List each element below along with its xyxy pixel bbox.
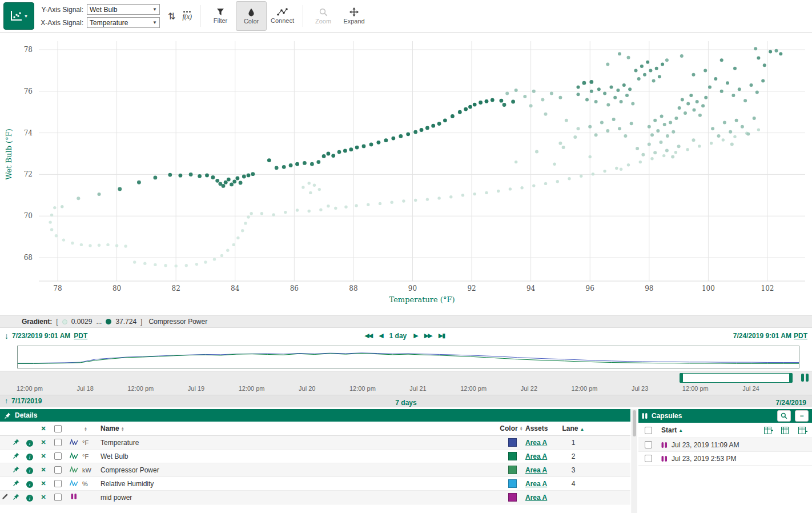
capsule-row[interactable]: Jul 23, 2019 2:53 PM [638, 452, 812, 466]
separator [303, 5, 303, 27]
sort-icon[interactable]: ▲▼ [520, 426, 523, 431]
info-button[interactable]: i [23, 494, 37, 502]
toolbar: ▼ Y-Axis Signal: Wet Bulb ▼ X-Axis Signa… [0, 0, 812, 33]
timebar-options-icon[interactable] [801, 374, 809, 382]
range-down-icon[interactable]: ↓ [5, 331, 9, 340]
color-column-header[interactable]: Color [500, 424, 517, 432]
timebar[interactable]: 12:00 pmJul 1812:00 pmJul 1912:00 pmJul … [0, 371, 812, 395]
step-back-double-button[interactable]: ◀◀ [364, 332, 372, 339]
timezone-link[interactable]: PDT [794, 332, 807, 340]
row-checkbox[interactable] [50, 494, 65, 501]
row-checkbox[interactable] [50, 439, 65, 446]
color-swatch[interactable] [499, 438, 525, 447]
name-column-header[interactable]: Name [101, 424, 119, 432]
pin-icon[interactable] [13, 439, 19, 445]
color-swatch[interactable] [499, 452, 525, 460]
select-all-checkbox[interactable] [50, 425, 65, 432]
brush-right-handle[interactable] [789, 373, 793, 383]
info-button[interactable]: i [23, 466, 37, 474]
asset-link[interactable]: Area A [525, 439, 561, 447]
add-column-icon[interactable] [764, 427, 773, 434]
trend-overview[interactable] [17, 346, 799, 368]
swap-axes-button[interactable]: ⇅ [164, 3, 179, 29]
edit-icon[interactable] [2, 494, 8, 500]
pin-button[interactable] [9, 466, 23, 474]
capsule-checkbox[interactable] [641, 455, 656, 462]
asset-link[interactable]: Area A [525, 480, 561, 488]
info-button[interactable]: i [23, 439, 37, 447]
info-button[interactable]: i [23, 452, 37, 460]
details-title: Details [15, 411, 37, 419]
capsule-checkbox[interactable] [641, 441, 656, 448]
investigate-range-end[interactable]: 7/24/2019 [776, 399, 806, 407]
remove-button[interactable]: ✕ [37, 439, 50, 446]
collapse-panel-button[interactable]: − [795, 410, 809, 422]
y-axis-value: Wet Bulb [90, 6, 117, 14]
remove-button[interactable]: ✕ [37, 494, 50, 501]
remove-button[interactable]: ✕ [37, 480, 50, 487]
y-axis-select[interactable]: Wet Bulb ▼ [87, 4, 160, 15]
brush-left-handle[interactable] [680, 373, 683, 383]
expand-button[interactable]: Expand [339, 1, 369, 31]
capsule-icon [642, 412, 648, 419]
display-range-brush[interactable] [680, 373, 793, 383]
bulk-remove-icon[interactable]: ✕ [37, 425, 50, 432]
fx-button[interactable]: f(x) [179, 3, 195, 29]
remove-button[interactable]: ✕ [37, 466, 50, 474]
investigate-range-duration[interactable]: 7 days [395, 399, 416, 407]
pin-button[interactable] [9, 439, 23, 447]
display-range-start[interactable]: 7/23/2019 9:01 AM [12, 332, 70, 340]
lane-column-header[interactable]: Lane [562, 424, 578, 432]
pin-icon[interactable] [13, 466, 19, 472]
step-to-end-button[interactable]: ▶▮ [439, 332, 445, 339]
pin-icon[interactable] [13, 494, 19, 500]
pin-icon[interactable] [13, 452, 19, 459]
pin-button[interactable] [9, 494, 23, 502]
x-axis-select[interactable]: Temperature ▼ [87, 17, 160, 28]
pin-button[interactable] [9, 452, 23, 460]
capsules-select-all-checkbox[interactable] [641, 427, 656, 434]
step-back-button[interactable]: ◀ [379, 332, 382, 339]
row-checkbox[interactable] [50, 480, 65, 487]
display-range-end[interactable]: 7/24/2019 9:01 AM [733, 332, 791, 340]
pin-button[interactable] [9, 480, 23, 488]
color-swatch[interactable] [499, 466, 525, 474]
assets-column-header[interactable]: Assets [525, 424, 561, 432]
y-axis-label: Y-Axis Signal: [40, 6, 83, 14]
pin-icon[interactable] [13, 480, 19, 486]
color-button[interactable]: Color [236, 1, 267, 31]
row-checkbox[interactable] [50, 452, 65, 460]
column-options-icon[interactable] [781, 427, 790, 434]
svg-text:80: 80 [112, 284, 121, 292]
scrollbar-thumb[interactable] [633, 410, 636, 436]
asset-link[interactable]: Area A [525, 494, 561, 502]
signal-icon [70, 452, 78, 459]
timezone-link[interactable]: PDT [74, 332, 87, 340]
connect-button[interactable]: Connect [267, 1, 298, 31]
details-scrollbar[interactable] [632, 409, 637, 513]
range-up-icon[interactable]: ↑ [5, 397, 8, 405]
asset-link[interactable]: Area A [525, 452, 561, 460]
step-forward-button[interactable]: ▶ [413, 332, 417, 339]
capsules-search-button[interactable] [777, 410, 791, 422]
color-swatch[interactable] [499, 493, 525, 502]
scatter-chart[interactable]: 7880828486889092949698100102687072747678… [0, 33, 812, 315]
duration-label[interactable]: 1 day [389, 332, 407, 340]
color-swatch[interactable] [499, 479, 525, 488]
start-column-header[interactable]: Start [661, 426, 677, 434]
filter-button[interactable]: Filter [205, 1, 236, 31]
capsule-row[interactable]: Jul 23, 2019 11:09 AM [638, 438, 812, 452]
investigate-range-start[interactable]: 7/17/2019 [11, 397, 42, 405]
step-forward-double-button[interactable]: ▶▶ [424, 332, 432, 339]
info-button[interactable]: i [23, 480, 37, 488]
investigate-range-row: ↑ 7/17/2019 7 days 7/24/2019 [0, 395, 812, 407]
remove-button[interactable]: ✕ [37, 452, 50, 460]
sort-icon[interactable]: ▲▼ [84, 427, 87, 431]
row-checkbox[interactable] [50, 466, 65, 474]
stats-columns-icon[interactable] [798, 427, 807, 434]
timebar-tick-label: Jul 22 [521, 385, 537, 392]
asset-link[interactable]: Area A [525, 466, 561, 474]
svg-text:Wet Bulb (°F): Wet Bulb (°F) [5, 129, 13, 180]
scatterplot-tool-button[interactable]: ▼ [3, 2, 34, 30]
sort-icon[interactable]: ▲▼ [121, 427, 124, 431]
